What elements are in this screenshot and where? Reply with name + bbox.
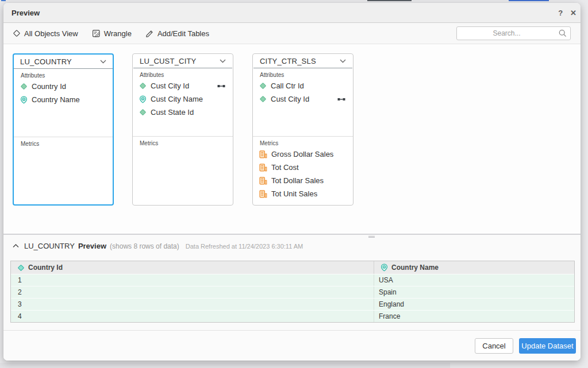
grid-cell: 1 <box>11 274 374 286</box>
attributes-label: Attributes <box>253 72 353 78</box>
grid-column-label: Country Name <box>391 264 439 272</box>
wrangle-icon <box>92 29 101 38</box>
table-name: LU_COUNTRY <box>20 57 72 66</box>
attribute-diamond-icon <box>20 83 28 90</box>
grid-cell: 4 <box>11 311 374 322</box>
dialog-titlebar: Preview ? ✕ <box>3 3 581 23</box>
background-artifact <box>509 0 549 1</box>
attribute-item[interactable]: Country Id <box>14 80 113 93</box>
grid-cell: USA <box>374 274 574 286</box>
panel-splitter[interactable] <box>3 234 581 238</box>
table-card-city-ctr-sls[interactable]: CITY_CTR_SLS Attributes Call Ctr Id Cust… <box>252 53 353 206</box>
attribute-diamond-icon <box>259 82 267 90</box>
grid-row: 4 France <box>11 310 574 322</box>
attributes-section: Attributes Call Ctr Id Cust City Id <box>253 68 353 136</box>
metric-name: Gross Dollar Sales <box>271 150 333 158</box>
attribute-name: Cust City Name <box>151 95 203 103</box>
attribute-name: Country Name <box>32 95 80 104</box>
help-icon[interactable]: ? <box>558 9 563 17</box>
table-card-header[interactable]: LU_COUNTRY <box>14 55 113 69</box>
attribute-item[interactable]: Call Ctr Id <box>253 79 353 92</box>
metric-icon <box>259 190 267 198</box>
pencil-icon <box>145 29 154 38</box>
search-icon[interactable] <box>558 29 567 38</box>
metric-item[interactable]: Gross Dollar Sales <box>253 148 353 161</box>
grid-cell: France <box>374 311 574 322</box>
grid-cell: 2 <box>11 286 374 298</box>
attribute-name: Cust City Id <box>271 95 309 103</box>
preview-title: Preview <box>78 242 106 250</box>
wrangle-button[interactable]: Wrangle <box>92 29 132 38</box>
add-edit-tables-button[interactable]: Add/Edit Tables <box>145 29 209 38</box>
grid-row: 3 England <box>11 298 574 310</box>
close-icon[interactable]: ✕ <box>570 9 577 17</box>
cancel-button[interactable]: Cancel <box>475 338 513 354</box>
preview-panel: LU_COUNTRY Preview (shows 8 rows of data… <box>3 238 581 330</box>
grid-cell: England <box>374 299 574 310</box>
geo-pin-icon <box>139 95 147 103</box>
attributes-section: Attributes Country Id Country Name <box>14 69 113 137</box>
attribute-item[interactable]: Cust State Id <box>133 106 233 119</box>
background-artifact <box>1 0 6 1</box>
preview-grid: Country Id Country Name 1 USA 2 Spain 3 … <box>10 261 575 323</box>
metrics-section: Metrics Gross Dollar Sales Tot Cost Tot … <box>253 136 353 205</box>
grid-row: 2 Spain <box>11 286 574 298</box>
grid-column-header[interactable]: Country Id <box>11 261 374 274</box>
update-dataset-button[interactable]: Update Dataset <box>519 338 576 354</box>
geo-pin-icon <box>20 96 28 104</box>
metric-icon <box>259 150 267 158</box>
table-card-lu-country[interactable]: LU_COUNTRY Attributes Country Id Country… <box>13 53 114 206</box>
table-card-header[interactable]: CITY_CTR_SLS <box>253 54 352 68</box>
attributes-label: Attributes <box>14 72 113 79</box>
attribute-item[interactable]: Cust City Id <box>253 92 353 106</box>
attribute-name: Cust City Id <box>151 82 189 90</box>
wrangle-label: Wrangle <box>104 29 132 38</box>
metric-item[interactable]: Tot Unit Sales <box>253 187 353 200</box>
search-box <box>456 26 571 40</box>
search-input[interactable] <box>456 26 571 40</box>
grid-row: 1 USA <box>11 274 574 286</box>
metrics-label: Metrics <box>133 140 233 146</box>
preview-table-name: LU_COUNTRY <box>24 242 75 250</box>
metric-icon <box>259 164 267 172</box>
preview-row-note: (shows 8 rows of data) <box>110 242 179 250</box>
attribute-diamond-icon <box>139 109 147 116</box>
chevron-down-icon[interactable] <box>100 60 106 64</box>
attribute-item[interactable]: Cust City Name <box>133 92 233 106</box>
attribute-name: Country Id <box>32 82 66 91</box>
dialog-footer: Cancel Update Dataset <box>3 330 581 361</box>
attribute-diamond-icon <box>139 82 147 90</box>
grid-column-label: Country Id <box>28 264 63 272</box>
chevron-down-icon[interactable] <box>340 59 346 63</box>
chevron-down-icon[interactable] <box>220 59 226 63</box>
grid-cell: 3 <box>11 299 374 310</box>
preview-panel-header: LU_COUNTRY Preview (shows 8 rows of data… <box>3 238 581 250</box>
attribute-name: Call Ctr Id <box>271 82 304 90</box>
grid-cell: Spain <box>374 286 574 298</box>
attribute-item[interactable]: Cust City Id <box>133 79 233 92</box>
tables-canvas: LU_COUNTRY Attributes Country Id Country… <box>3 44 581 234</box>
join-link-icon <box>337 98 345 101</box>
join-link-icon <box>217 84 225 88</box>
grid-column-header[interactable]: Country Name <box>374 261 574 274</box>
diamond-outline-icon <box>13 29 21 37</box>
metrics-section: Metrics <box>14 137 113 204</box>
metric-icon <box>259 177 267 185</box>
table-card-header[interactable]: LU_CUST_CITY <box>133 54 232 68</box>
chevron-up-icon[interactable] <box>13 244 19 248</box>
attribute-name: Cust State Id <box>151 108 194 117</box>
data-refreshed-label: Data Refreshed at 11/24/2023 6:30:11 AM <box>186 243 303 250</box>
geo-pin-icon <box>381 264 388 272</box>
metric-item[interactable]: Tot Cost <box>253 161 353 174</box>
table-card-lu-cust-city[interactable]: LU_CUST_CITY Attributes Cust City Id Cus… <box>132 53 233 206</box>
table-name: CITY_CTR_SLS <box>260 57 316 65</box>
metrics-label: Metrics <box>14 141 113 147</box>
metrics-section: Metrics <box>133 136 233 205</box>
attributes-section: Attributes Cust City Id Cust City Name C… <box>133 68 233 136</box>
background-artifact <box>367 0 412 1</box>
all-objects-view-button[interactable]: All Objects View <box>13 29 78 38</box>
attribute-item[interactable]: Country Name <box>14 93 113 106</box>
metric-item[interactable]: Tot Dollar Sales <box>253 174 353 187</box>
table-name: LU_CUST_CITY <box>140 57 196 65</box>
metric-name: Tot Cost <box>271 163 299 172</box>
